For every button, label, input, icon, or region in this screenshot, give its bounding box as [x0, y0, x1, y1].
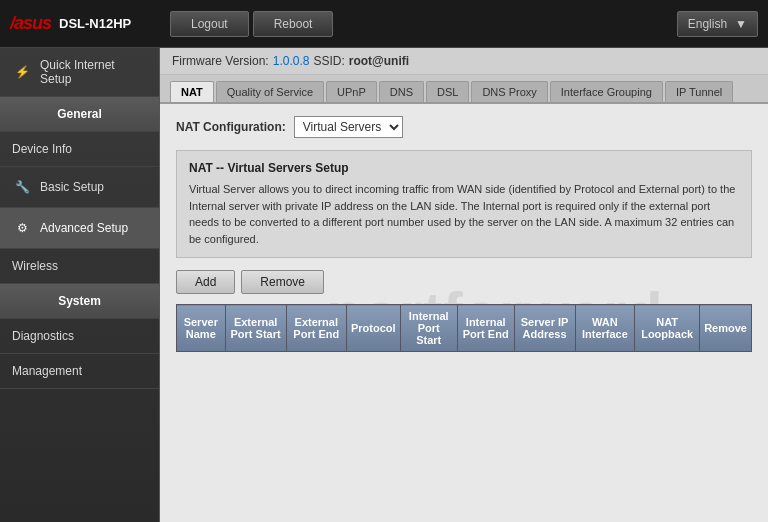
logout-button[interactable]: Logout	[170, 11, 249, 37]
virtual-servers-table: Server Name External Port Start External…	[176, 304, 752, 352]
content-area: Firmware Version: 1.0.0.8 SSID: root@uni…	[160, 48, 768, 522]
col-int-port-start: Internal Port Start	[400, 305, 457, 352]
nat-config-label: NAT Configuration:	[176, 120, 286, 134]
main-content: portforward NAT Configuration: Virtual S…	[160, 104, 768, 522]
col-remove: Remove	[700, 305, 752, 352]
sidebar-label-wireless: Wireless	[12, 259, 58, 273]
sidebar-item-device-info[interactable]: Device Info	[0, 132, 159, 167]
col-ext-port-end: External Port End	[286, 305, 346, 352]
sidebar-section-system: System	[0, 284, 159, 319]
tab-nat[interactable]: NAT	[170, 81, 214, 102]
ssid-value: root@unifi	[349, 54, 409, 68]
tab-dns[interactable]: DNS	[379, 81, 424, 102]
col-int-port-end: Internal Port End	[457, 305, 514, 352]
description-text: Virtual Server allows you to direct inco…	[189, 181, 739, 247]
header: /asus DSL-N12HP Logout Reboot English ▼	[0, 0, 768, 48]
sidebar-label-general: General	[57, 107, 102, 121]
tab-dns-proxy[interactable]: DNS Proxy	[471, 81, 547, 102]
nat-config-select[interactable]: Virtual Servers Port Triggering DMZ Host…	[294, 116, 403, 138]
logo-area: /asus DSL-N12HP	[10, 13, 170, 34]
sidebar-item-basic-setup[interactable]: 🔧 Basic Setup	[0, 167, 159, 208]
sidebar-label-advanced-setup: Advanced Setup	[40, 221, 128, 235]
reboot-button[interactable]: Reboot	[253, 11, 334, 37]
col-wan-interface: WAN Interface	[575, 305, 635, 352]
sidebar-label-diagnostics: Diagnostics	[12, 329, 74, 343]
bolt-icon: ⚡	[12, 62, 32, 82]
model-name: DSL-N12HP	[59, 16, 131, 31]
sidebar-label-basic-setup: Basic Setup	[40, 180, 104, 194]
asus-logo: /asus	[10, 13, 51, 34]
sidebar-label-management: Management	[12, 364, 82, 378]
tab-bar: NAT Quality of Service UPnP DNS DSL DNS …	[160, 75, 768, 104]
puzzle-icon: 🔧	[12, 177, 32, 197]
tab-dsl[interactable]: DSL	[426, 81, 469, 102]
firmware-bar: Firmware Version: 1.0.0.8 SSID: root@uni…	[160, 48, 768, 75]
tab-interface-grouping[interactable]: Interface Grouping	[550, 81, 663, 102]
col-server-name: Server Name	[177, 305, 226, 352]
sidebar: ⚡ Quick Internet Setup General Device In…	[0, 48, 160, 522]
firmware-version-link[interactable]: 1.0.0.8	[273, 54, 310, 68]
sidebar-label-device-info: Device Info	[12, 142, 72, 156]
tab-ip-tunnel[interactable]: IP Tunnel	[665, 81, 733, 102]
main-layout: ⚡ Quick Internet Setup General Device In…	[0, 48, 768, 522]
tab-upnp[interactable]: UPnP	[326, 81, 377, 102]
sidebar-item-management[interactable]: Management	[0, 354, 159, 389]
sidebar-label-quick: Quick Internet Setup	[40, 58, 147, 86]
col-ext-port-start: External Port Start	[225, 305, 286, 352]
button-row: Add Remove	[176, 270, 752, 294]
sidebar-item-wireless[interactable]: Wireless	[0, 249, 159, 284]
nat-config-row: NAT Configuration: Virtual Servers Port …	[176, 116, 752, 138]
language-label: English	[688, 17, 727, 31]
sidebar-item-diagnostics[interactable]: Diagnostics	[0, 319, 159, 354]
ssid-label: SSID:	[313, 54, 344, 68]
chevron-down-icon: ▼	[735, 17, 747, 31]
tab-qos[interactable]: Quality of Service	[216, 81, 324, 102]
description-title: NAT -- Virtual Servers Setup	[189, 161, 739, 175]
remove-button[interactable]: Remove	[241, 270, 324, 294]
col-protocol: Protocol	[346, 305, 400, 352]
header-buttons: Logout Reboot	[170, 11, 677, 37]
col-nat-loopback: NAT Loopback	[635, 305, 700, 352]
language-selector[interactable]: English ▼	[677, 11, 758, 37]
add-button[interactable]: Add	[176, 270, 235, 294]
sidebar-item-quick-internet-setup[interactable]: ⚡ Quick Internet Setup	[0, 48, 159, 97]
sidebar-label-system: System	[58, 294, 101, 308]
sidebar-section-general: General	[0, 97, 159, 132]
col-server-ip: Server IP Address	[514, 305, 575, 352]
gear-icon: ⚙	[12, 218, 32, 238]
description-section: NAT -- Virtual Servers Setup Virtual Ser…	[176, 150, 752, 258]
firmware-version-label: Firmware Version:	[172, 54, 269, 68]
sidebar-item-advanced-setup[interactable]: ⚙ Advanced Setup	[0, 208, 159, 249]
